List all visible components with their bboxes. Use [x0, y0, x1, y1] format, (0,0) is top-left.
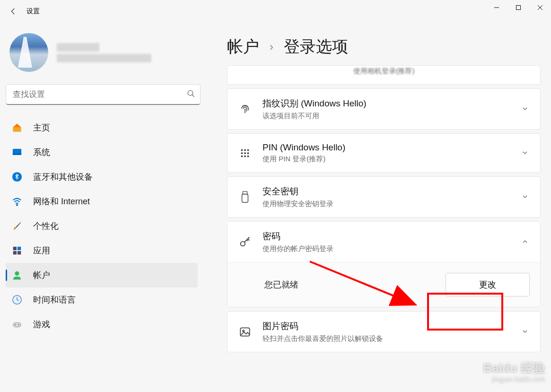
search-input[interactable]: [13, 90, 187, 99]
card-subtitle: 使用 PIN 登录(推荐): [262, 155, 511, 164]
svg-rect-11: [17, 251, 21, 254]
change-password-button[interactable]: 更改: [446, 273, 530, 296]
nav-label: 时间和语言: [33, 294, 76, 305]
option-picture-password[interactable]: 图片密码 轻扫并点击你最喜爱的照片以解锁设备: [227, 311, 541, 352]
svg-point-23: [241, 155, 243, 157]
breadcrumb-current: 登录选项: [284, 36, 348, 58]
svg-point-22: [247, 152, 249, 154]
breadcrumb: 帐户 › 登录选项: [227, 36, 541, 58]
svg-line-3: [192, 95, 194, 97]
svg-point-20: [241, 152, 243, 154]
svg-rect-14: [13, 322, 21, 327]
svg-point-28: [241, 241, 245, 245]
fingerprint-icon: [238, 102, 252, 116]
nav-system[interactable]: 系统: [6, 140, 198, 165]
home-icon: [11, 122, 23, 133]
window-maximize-button[interactable]: [507, 0, 529, 15]
svg-rect-29: [240, 328, 250, 336]
sidebar: 主页 系统 蓝牙和其他设备 网络和 Internet: [0, 23, 208, 392]
nav-label: 帐户: [33, 270, 50, 281]
nav-bluetooth[interactable]: 蓝牙和其他设备: [6, 165, 198, 189]
svg-rect-5: [13, 154, 21, 155]
nav-label: 网络和 Internet: [33, 196, 90, 207]
card-title: 指纹识别 (Windows Hello): [262, 97, 511, 110]
nav-accounts[interactable]: 帐户: [6, 263, 198, 287]
card-title: PIN (Windows Hello): [262, 142, 511, 153]
window-close-button[interactable]: [529, 0, 551, 15]
svg-point-15: [15, 324, 16, 325]
nav-label: 游戏: [33, 319, 50, 330]
svg-rect-10: [13, 251, 17, 254]
option-fingerprint[interactable]: 指纹识别 (Windows Hello) 该选项目前不可用: [227, 88, 541, 130]
card-subtitle: 轻扫并点击你最喜爱的照片以解锁设备: [262, 334, 511, 343]
nav-label: 蓝牙和其他设备: [33, 171, 93, 183]
main-content: 帐户 › 登录选项 使用相机登录(推荐) 指纹识别 (Windows Hello…: [208, 23, 551, 392]
svg-point-17: [241, 149, 243, 151]
chevron-down-icon: [521, 193, 530, 201]
brush-icon: [11, 220, 23, 232]
svg-rect-26: [243, 192, 247, 194]
nav-personalization[interactable]: 个性化: [6, 214, 198, 238]
wifi-icon: [11, 196, 23, 207]
usb-key-icon: [238, 190, 252, 204]
window-minimize-button[interactable]: [486, 0, 507, 15]
nav-label: 个性化: [33, 220, 59, 232]
chevron-down-icon: [521, 149, 530, 157]
svg-rect-27: [242, 194, 248, 202]
card-title: 安全密钥: [262, 185, 511, 198]
option-password-group: 密码 使用你的帐户密码登录 您已就绪 更改: [227, 221, 541, 307]
key-icon: [238, 235, 252, 249]
svg-point-18: [244, 149, 246, 151]
nav-label: 应用: [33, 245, 50, 256]
svg-rect-9: [17, 247, 21, 250]
card-title: 图片密码: [262, 320, 511, 332]
nav-label: 系统: [33, 147, 50, 158]
nav-apps[interactable]: 应用: [6, 238, 198, 263]
password-status: 您已就绪: [264, 279, 446, 290]
svg-point-2: [188, 90, 193, 96]
svg-point-24: [244, 155, 246, 157]
card-title: 密码: [262, 230, 511, 243]
card-subtitle: 该选项目前不可用: [262, 112, 511, 121]
nav-network[interactable]: 网络和 Internet: [6, 189, 198, 214]
nav-gaming[interactable]: 游戏: [6, 312, 198, 337]
profile-text: [57, 41, 151, 65]
profile-block[interactable]: [6, 28, 203, 84]
chevron-up-icon: [521, 238, 530, 246]
svg-point-12: [15, 271, 19, 276]
password-status-row: 您已就绪 更改: [227, 262, 540, 307]
watermark: Baidu 经验 jingyan.baidu.com: [483, 361, 545, 383]
search-box[interactable]: [6, 84, 201, 105]
image-icon: [238, 325, 252, 339]
nav-label: 主页: [33, 122, 50, 133]
svg-point-7: [17, 204, 17, 205]
gamepad-icon: [11, 319, 23, 330]
clock-icon: [11, 294, 23, 305]
person-icon: [11, 270, 23, 281]
chevron-right-icon: ›: [270, 40, 273, 53]
option-pin[interactable]: PIN (Windows Hello) 使用 PIN 登录(推荐): [227, 133, 541, 173]
svg-rect-8: [13, 247, 17, 250]
svg-rect-1: [516, 6, 521, 10]
search-icon: [187, 89, 195, 100]
card-subtitle: 使用你的帐户密码登录: [262, 244, 511, 253]
apps-icon: [11, 245, 23, 256]
nav-time-language[interactable]: 时间和语言: [6, 287, 198, 312]
chevron-down-icon: [521, 328, 530, 336]
svg-point-25: [247, 155, 249, 157]
option-password[interactable]: 密码 使用你的帐户密码登录: [227, 222, 540, 262]
back-button[interactable]: [4, 2, 23, 21]
card-subtitle: 使用相机登录(推荐): [353, 67, 415, 76]
svg-point-21: [244, 152, 246, 154]
nav-list: 主页 系统 蓝牙和其他设备 网络和 Internet: [6, 115, 203, 337]
breadcrumb-parent[interactable]: 帐户: [227, 36, 259, 58]
nav-home[interactable]: 主页: [6, 115, 198, 140]
bluetooth-icon: [11, 171, 23, 183]
system-icon: [11, 147, 23, 158]
option-security-key[interactable]: 安全密钥 使用物理安全密钥登录: [227, 176, 541, 218]
svg-point-19: [247, 149, 249, 151]
chevron-down-icon: [521, 105, 530, 113]
keypad-icon: [238, 146, 252, 160]
svg-point-16: [18, 324, 19, 325]
option-face-partial[interactable]: 使用相机登录(推荐): [227, 65, 541, 85]
